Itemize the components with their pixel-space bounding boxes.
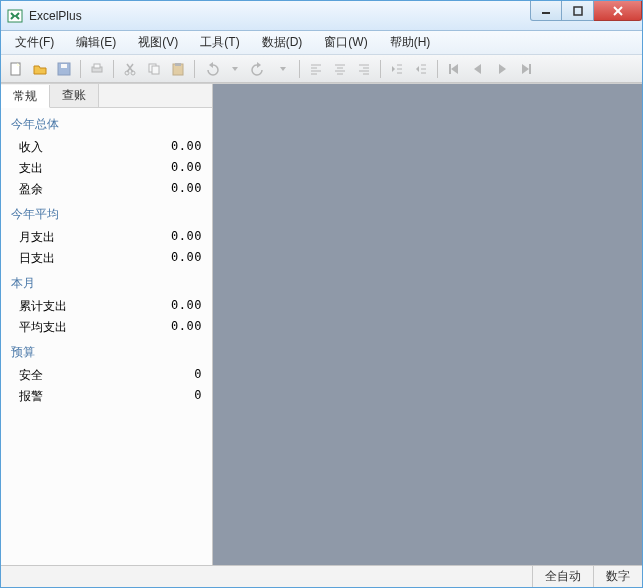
svg-point-11 [125,71,129,75]
summary-label: 平均支出 [19,319,67,336]
summary-label: 报警 [19,388,43,405]
status-indicator: 数字 [593,566,642,587]
summary-value: 0.00 [171,181,202,198]
paste-button[interactable] [167,58,189,80]
svg-rect-10 [94,64,100,68]
svg-marker-20 [280,67,286,71]
summary-panel: 今年总体收入0.00支出0.00盈余0.00今年平均月支出0.00日支出0.00… [1,108,212,565]
summary-value: 0.00 [171,298,202,315]
menu-window[interactable]: 窗口(W) [318,32,373,53]
summary-value: 0.00 [171,250,202,267]
align-center-button[interactable] [329,58,351,80]
menu-tools[interactable]: 工具(T) [194,32,245,53]
svg-marker-45 [522,64,529,74]
group-header: 本月 [11,275,202,292]
summary-label: 盈余 [19,181,43,198]
group-header: 预算 [11,344,202,361]
cut-button[interactable] [119,58,141,80]
svg-rect-2 [574,7,582,15]
svg-rect-9 [92,67,102,72]
summary-row: 盈余0.00 [11,179,202,200]
svg-marker-19 [257,62,261,68]
svg-marker-6 [17,63,20,66]
nav-prev-button[interactable] [467,58,489,80]
svg-marker-37 [416,66,419,72]
tab-ledger[interactable]: 查账 [50,84,99,107]
summary-row: 累计支出0.00 [11,296,202,317]
close-button[interactable] [594,1,642,21]
nav-next-button[interactable] [491,58,513,80]
window-controls [530,1,642,21]
indent-button[interactable] [410,58,432,80]
redo-button[interactable] [248,58,270,80]
open-button[interactable] [29,58,51,80]
menu-file[interactable]: 文件(F) [9,32,60,53]
minimize-button[interactable] [530,1,562,21]
group-header: 今年平均 [11,206,202,223]
tab-general[interactable]: 常规 [1,85,50,108]
align-left-button[interactable] [305,58,327,80]
summary-label: 收入 [19,139,43,156]
nav-first-button[interactable] [443,58,465,80]
summary-row: 支出0.00 [11,158,202,179]
sidebar-tabs: 常规 查账 [1,84,212,108]
sidebar: 常规 查账 今年总体收入0.00支出0.00盈余0.00今年平均月支出0.00日… [1,84,213,565]
menu-help[interactable]: 帮助(H) [384,32,437,53]
summary-row: 报警0 [11,386,202,407]
svg-rect-7 [58,63,70,75]
workspace [213,84,642,565]
status-spacer [1,566,532,587]
outdent-button[interactable] [386,58,408,80]
separator [299,60,300,78]
summary-row: 收入0.00 [11,137,202,158]
svg-rect-16 [175,63,181,66]
statusbar: 全自动 数字 [1,565,642,587]
svg-rect-8 [61,64,67,68]
menu-data[interactable]: 数据(D) [256,32,309,53]
undo-dropdown-icon[interactable] [224,58,246,80]
nav-last-button[interactable] [515,58,537,80]
svg-rect-15 [173,64,183,75]
align-right-button[interactable] [353,58,375,80]
summary-row: 月支出0.00 [11,227,202,248]
svg-marker-44 [499,64,506,74]
menubar: 文件(F) 编辑(E) 视图(V) 工具(T) 数据(D) 窗口(W) 帮助(H… [1,31,642,55]
save-button[interactable] [53,58,75,80]
svg-marker-42 [451,64,458,74]
svg-marker-17 [209,62,213,68]
app-icon [7,8,23,24]
redo-dropdown-icon[interactable] [272,58,294,80]
group-header: 今年总体 [11,116,202,133]
menu-edit[interactable]: 编辑(E) [70,32,122,53]
new-button[interactable] [5,58,27,80]
status-mode: 全自动 [532,566,593,587]
summary-label: 月支出 [19,229,55,246]
client-area: 常规 查账 今年总体收入0.00支出0.00盈余0.00今年平均月支出0.00日… [1,83,642,565]
separator [437,60,438,78]
toolbar [1,55,642,83]
print-button[interactable] [86,58,108,80]
summary-row: 安全0 [11,365,202,386]
titlebar: ExcelPlus [1,1,642,31]
separator [194,60,195,78]
summary-value: 0.00 [171,319,202,336]
svg-rect-13 [149,64,156,72]
copy-button[interactable] [143,58,165,80]
summary-value: 0 [194,367,202,384]
summary-value: 0 [194,388,202,405]
svg-rect-5 [11,63,20,75]
svg-rect-0 [8,10,22,22]
undo-button[interactable] [200,58,222,80]
maximize-button[interactable] [562,1,594,21]
app-title: ExcelPlus [29,9,82,23]
app-window: ExcelPlus 文件(F) 编辑(E) 视图(V) 工具(T) 数据(D) … [0,0,643,588]
svg-line-4 [614,7,622,15]
summary-label: 支出 [19,160,43,177]
summary-value: 0.00 [171,139,202,156]
separator [113,60,114,78]
svg-rect-14 [152,66,159,74]
menu-view[interactable]: 视图(V) [132,32,184,53]
separator [80,60,81,78]
svg-marker-18 [232,67,238,71]
summary-row: 日支出0.00 [11,248,202,269]
